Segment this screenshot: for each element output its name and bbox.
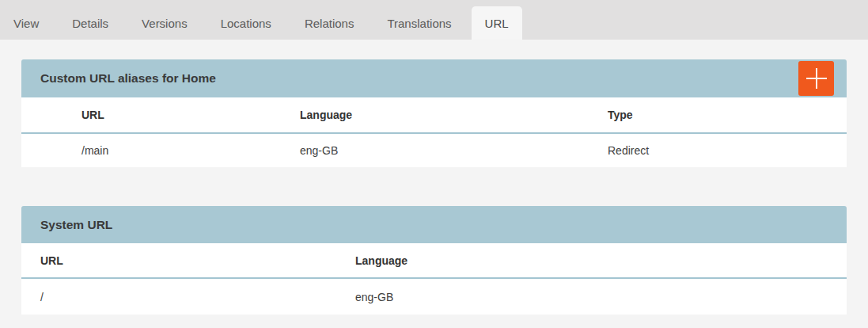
language-column-header: Language bbox=[281, 97, 589, 133]
panel-title: Custom URL aliases for Home bbox=[40, 71, 216, 86]
tab-translations[interactable]: Translations bbox=[373, 6, 464, 40]
url-cell: / bbox=[21, 278, 336, 315]
table-header-row: URL Language bbox=[21, 243, 847, 278]
language-column-header: Language bbox=[336, 243, 847, 278]
tab-locations[interactable]: Locations bbox=[207, 6, 285, 40]
language-cell: eng-GB bbox=[281, 133, 589, 167]
tab-details[interactable]: Details bbox=[59, 6, 122, 40]
system-url-panel-header: System URL bbox=[21, 206, 847, 243]
tab-versions[interactable]: Versions bbox=[128, 6, 201, 40]
tab-view[interactable]: View bbox=[0, 6, 52, 40]
url-cell: /main bbox=[63, 133, 281, 167]
url-column-header: URL bbox=[63, 97, 281, 133]
tab-relations[interactable]: Relations bbox=[291, 6, 368, 40]
tab-content-area: Custom URL aliases for Home URL Language… bbox=[0, 59, 868, 315]
checkbox-column-header bbox=[21, 97, 63, 133]
type-column-header: Type bbox=[589, 97, 847, 133]
panel-title: System URL bbox=[40, 218, 112, 232]
url-column-header: URL bbox=[21, 243, 336, 278]
tab-url[interactable]: URL bbox=[472, 6, 522, 40]
type-cell: Redirect bbox=[589, 133, 847, 167]
table-row[interactable]: /main eng-GB Redirect bbox=[21, 133, 847, 167]
table-header-row: URL Language Type bbox=[21, 97, 847, 133]
content-tab-bar: View Details Versions Locations Relation… bbox=[0, 0, 868, 40]
system-url-panel: System URL URL Language / eng-GB bbox=[21, 206, 847, 315]
table-row[interactable]: / eng-GB bbox=[21, 278, 847, 315]
checkbox-cell bbox=[21, 133, 63, 167]
system-url-table: URL Language / eng-GB bbox=[21, 243, 847, 315]
custom-url-aliases-panel: Custom URL aliases for Home URL Language… bbox=[21, 59, 847, 167]
add-url-alias-button[interactable] bbox=[798, 61, 834, 96]
custom-url-aliases-table: URL Language Type /main eng-GB Redirect bbox=[21, 97, 847, 167]
custom-url-aliases-panel-header: Custom URL aliases for Home bbox=[21, 59, 847, 97]
language-cell: eng-GB bbox=[336, 278, 847, 315]
